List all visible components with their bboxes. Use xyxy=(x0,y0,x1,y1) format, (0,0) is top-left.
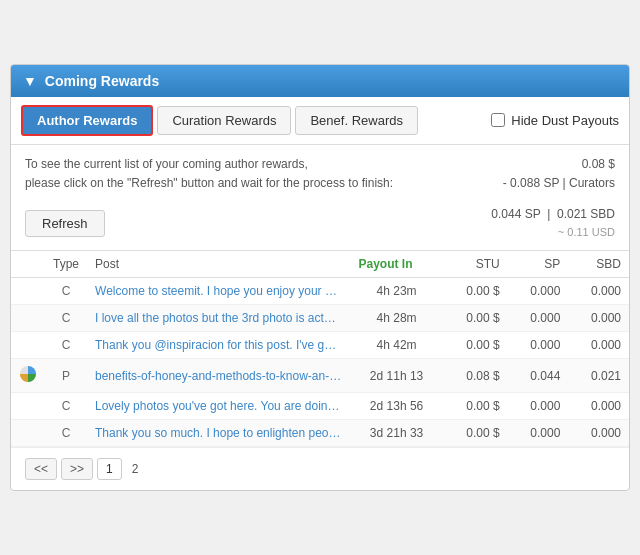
total-sp: 0.044 SP xyxy=(491,207,540,221)
pagination: << >> 1 2 xyxy=(11,447,629,490)
row-type: C xyxy=(45,305,87,332)
row-sp: 0.044 xyxy=(508,359,569,393)
header-arrow-icon: ▼ xyxy=(23,73,37,89)
table-row: Pbenefits-of-honey-and-methods-to-know-a… xyxy=(11,359,629,393)
prev-prev-button[interactable]: << xyxy=(25,458,57,480)
row-icon xyxy=(11,305,45,332)
col-payout-in: Payout In xyxy=(350,251,442,278)
row-sp: 0.000 xyxy=(508,305,569,332)
info-amount-usd: 0.08 $ xyxy=(503,155,615,174)
row-post-link[interactable]: Thank you @inspiracion for this post. I'… xyxy=(87,332,350,359)
row-sbd: 0.000 xyxy=(568,420,629,447)
col-type: Type xyxy=(45,251,87,278)
info-line2: please click on the "Refresh" button and… xyxy=(25,174,393,193)
row-sbd: 0.000 xyxy=(568,393,629,420)
row-post-link[interactable]: Thank you so much. I hope to enlighten p… xyxy=(87,420,350,447)
table-row: CWelcome to steemit. I hope you enjoy yo… xyxy=(11,278,629,305)
row-type: C xyxy=(45,393,87,420)
table-row: CI love all the photos but the 3rd photo… xyxy=(11,305,629,332)
row-stu: 0.00 $ xyxy=(443,393,508,420)
row-type: C xyxy=(45,332,87,359)
row-post-link[interactable]: Welcome to steemit. I hope you enjoy you… xyxy=(87,278,350,305)
row-sbd: 0.000 xyxy=(568,278,629,305)
row-sbd: 0.000 xyxy=(568,332,629,359)
row-payout-in: 4h 42m xyxy=(350,332,442,359)
col-icon xyxy=(11,251,45,278)
row-post-link[interactable]: Lovely photos you've got here. You are d… xyxy=(87,393,350,420)
info-amounts: 0.08 $ - 0.088 SP | Curators xyxy=(503,155,615,193)
row-sbd: 0.021 xyxy=(568,359,629,393)
current-page: 1 xyxy=(97,458,122,480)
row-sp: 0.000 xyxy=(508,278,569,305)
col-sp: SP xyxy=(508,251,569,278)
info-description: To see the current list of your coming a… xyxy=(25,155,393,193)
row-post-link[interactable]: I love all the photos but the 3rd photo … xyxy=(87,305,350,332)
row-payout-in: 4h 23m xyxy=(350,278,442,305)
info-amount-sp: - 0.088 SP | Curators xyxy=(503,174,615,193)
row-icon xyxy=(11,332,45,359)
total-sp-sbd: 0.044 SP | 0.021 SBD xyxy=(491,205,615,224)
row-sp: 0.000 xyxy=(508,332,569,359)
table-row: CThank you so much. I hope to enlighten … xyxy=(11,420,629,447)
row-sp: 0.000 xyxy=(508,393,569,420)
rewards-table: Type Post Payout In STU SP SBD CWelcome … xyxy=(11,250,629,447)
pie-chart-icon xyxy=(19,365,37,383)
row-sp: 0.000 xyxy=(508,420,569,447)
total-sbd: 0.021 SBD xyxy=(557,207,615,221)
hide-dust-text: Hide Dust Payouts xyxy=(511,113,619,128)
tab-author-rewards[interactable]: Author Rewards xyxy=(21,105,153,136)
section-header: ▼ Coming Rewards xyxy=(11,65,629,97)
col-sbd: SBD xyxy=(568,251,629,278)
row-stu: 0.00 $ xyxy=(443,305,508,332)
row-stu: 0.08 $ xyxy=(443,359,508,393)
tab-benef-rewards[interactable]: Benef. Rewards xyxy=(295,106,418,135)
next-page-link[interactable]: 2 xyxy=(126,459,145,479)
table-row: CLovely photos you've got here. You are … xyxy=(11,393,629,420)
row-stu: 0.00 $ xyxy=(443,420,508,447)
row-icon xyxy=(11,420,45,447)
row-stu: 0.00 $ xyxy=(443,278,508,305)
row-icon xyxy=(11,359,45,393)
row-payout-in: 3d 21h 33 xyxy=(350,420,442,447)
refresh-button[interactable]: Refresh xyxy=(25,210,105,237)
hide-dust-label[interactable]: Hide Dust Payouts xyxy=(491,113,619,128)
tabs-row: Author Rewards Curation Rewards Benef. R… xyxy=(11,97,629,145)
row-icon xyxy=(11,393,45,420)
table-row: CThank you @inspiracion for this post. I… xyxy=(11,332,629,359)
row-sbd: 0.000 xyxy=(568,305,629,332)
row-icon xyxy=(11,278,45,305)
header-title: Coming Rewards xyxy=(45,73,159,89)
col-post: Post xyxy=(87,251,350,278)
row-payout-in: 2d 11h 13 xyxy=(350,359,442,393)
row-payout-in: 2d 13h 56 xyxy=(350,393,442,420)
tab-curation-rewards[interactable]: Curation Rewards xyxy=(157,106,291,135)
info-section: To see the current list of your coming a… xyxy=(11,145,629,199)
col-stu: STU xyxy=(443,251,508,278)
row-type: P xyxy=(45,359,87,393)
hide-dust-checkbox[interactable] xyxy=(491,113,505,127)
prev-button[interactable]: >> xyxy=(61,458,93,480)
row-type: C xyxy=(45,420,87,447)
info-line1: To see the current list of your coming a… xyxy=(25,155,393,174)
totals-display: 0.044 SP | 0.021 SBD ~ 0.11 USD xyxy=(491,205,615,242)
refresh-row: Refresh 0.044 SP | 0.021 SBD ~ 0.11 USD xyxy=(11,199,629,250)
row-stu: 0.00 $ xyxy=(443,332,508,359)
main-container: ▼ Coming Rewards Author Rewards Curation… xyxy=(10,64,630,491)
row-payout-in: 4h 28m xyxy=(350,305,442,332)
row-type: C xyxy=(45,278,87,305)
total-usd: ~ 0.11 USD xyxy=(491,224,615,242)
row-post-link[interactable]: benefits-of-honey-and-methods-to-know-an… xyxy=(87,359,350,393)
